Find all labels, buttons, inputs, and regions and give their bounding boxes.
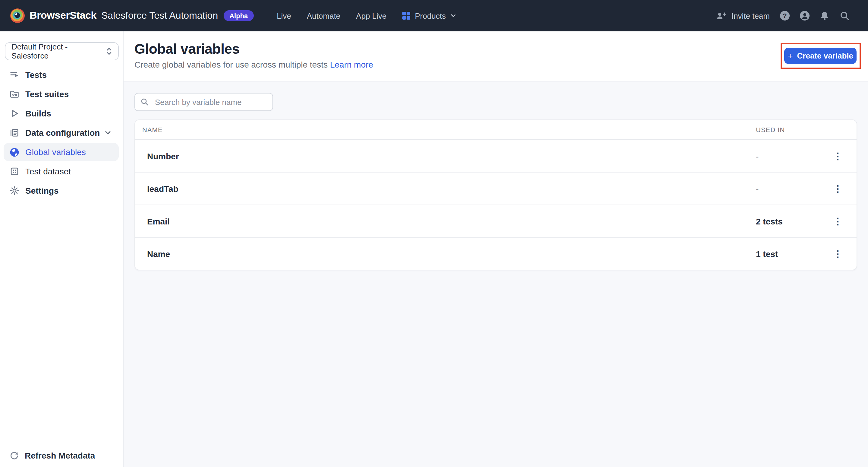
top-nav: BrowserStack Salesforce Test Automation … (0, 0, 868, 31)
create-variable-button[interactable]: + Create variable (784, 48, 857, 64)
sidebar-item-data-configuration[interactable]: Data configuration (4, 124, 119, 142)
variable-name-cell: leadTab (147, 184, 756, 194)
brand-name: BrowserStack (30, 10, 96, 22)
nav-links: Live Automate App Live Products (277, 11, 456, 20)
globe-icon (10, 147, 19, 157)
account-icon[interactable] (800, 11, 809, 21)
row-kebab-menu-icon[interactable]: ⋮ (830, 247, 846, 261)
sidebar-item-settings[interactable]: Settings (4, 182, 119, 200)
app-root: BrowserStack Salesforce Test Automation … (0, 0, 868, 467)
products-label: Products (415, 11, 446, 20)
column-header-name: NAME (142, 126, 756, 133)
alpha-badge: Alpha (223, 10, 254, 21)
nav-link-app-live[interactable]: App Live (356, 11, 386, 20)
column-header-used-in: USED IN (756, 126, 819, 133)
search-input-icon (141, 98, 149, 106)
browserstack-logo[interactable]: BrowserStack Salesforce Test Automation … (10, 8, 254, 24)
notifications-bell-icon[interactable] (820, 10, 830, 21)
table-row[interactable]: Email 2 tests ⋮ (135, 205, 857, 237)
invite-team-button[interactable]: Invite team (716, 11, 770, 20)
sidebar: Default Project - Salesforce Tests (0, 31, 124, 467)
search-input[interactable] (154, 97, 267, 107)
invite-team-label: Invite team (732, 11, 770, 20)
variable-name-cell: Name (147, 249, 756, 259)
used-in-cell: 2 tests (756, 216, 819, 226)
chevron-down-icon (104, 129, 112, 136)
page-header: Global variables Create global variables… (124, 31, 868, 82)
test-dataset-icon (10, 167, 19, 176)
variables-table: NAME USED IN Number - ⋮ leadTab - ⋮ Emai… (134, 119, 857, 270)
sidebar-item-test-dataset[interactable]: Test dataset (4, 162, 119, 180)
person-icon (800, 11, 809, 21)
person-plus-icon (716, 11, 727, 20)
chevron-down-icon (450, 13, 456, 19)
sidebar-item-tests[interactable]: Tests (4, 66, 119, 84)
tests-icon (10, 70, 19, 80)
plus-icon: + (787, 51, 793, 60)
sidebar-item-label: Test dataset (25, 167, 71, 176)
data-configuration-icon (10, 128, 19, 138)
main-content: Global variables Create global variables… (124, 31, 868, 467)
table-row[interactable]: Number - ⋮ (135, 139, 857, 172)
row-kebab-menu-icon[interactable]: ⋮ (830, 214, 846, 228)
page-subtitle-text: Create global variables for use across m… (134, 60, 328, 69)
nav-link-automate[interactable]: Automate (307, 11, 340, 20)
used-in-cell: 1 test (756, 249, 819, 259)
builds-icon (10, 109, 19, 118)
nav-link-live[interactable]: Live (277, 11, 291, 20)
sidebar-item-builds[interactable]: Builds (4, 105, 119, 122)
sidebar-item-label: Test suites (25, 89, 69, 99)
table-header-row: NAME USED IN (135, 120, 857, 139)
sidebar-nav: Tests Test suites Buil (0, 66, 122, 201)
nav-right: Invite team ? (716, 10, 850, 21)
project-selector-value: Default Project - Salesforce (11, 42, 106, 60)
sidebar-item-label: Settings (25, 186, 59, 196)
learn-more-link[interactable]: Learn more (330, 60, 373, 69)
sidebar-item-label: Builds (25, 109, 51, 118)
products-grid-icon (402, 11, 411, 20)
used-in-cell: - (756, 151, 819, 161)
help-icon[interactable]: ? (780, 11, 789, 21)
sidebar-item-global-variables[interactable]: Global variables (4, 143, 119, 161)
settings-gear-icon (10, 186, 19, 196)
sidebar-item-label: Tests (25, 70, 47, 80)
project-selector[interactable]: Default Project - Salesforce (5, 42, 119, 60)
create-variable-label: Create variable (797, 51, 853, 60)
product-title: Salesforce Test Automation (101, 10, 218, 21)
products-menu[interactable]: Products (402, 11, 456, 20)
search-icon[interactable] (840, 10, 850, 21)
variable-name-cell: Email (147, 216, 756, 226)
page-title: Global variables (134, 41, 240, 57)
row-kebab-menu-icon[interactable]: ⋮ (830, 182, 846, 196)
sidebar-item-label: Global variables (25, 147, 86, 157)
select-arrows-icon (106, 47, 112, 56)
refresh-icon (10, 451, 19, 460)
table-row[interactable]: leadTab - ⋮ (135, 172, 857, 205)
test-suites-icon (10, 89, 19, 99)
sidebar-item-test-suites[interactable]: Test suites (4, 85, 119, 103)
refresh-metadata-button[interactable]: Refresh Metadata (10, 451, 95, 460)
row-kebab-menu-icon[interactable]: ⋮ (830, 149, 846, 163)
used-in-cell: - (756, 184, 819, 194)
browserstack-eye-icon (10, 8, 25, 24)
sidebar-item-label: Data configuration (25, 128, 100, 138)
page-subtitle: Create global variables for use across m… (134, 60, 373, 69)
variable-name-cell: Number (147, 151, 756, 161)
table-row[interactable]: Name 1 test ⋮ (135, 237, 857, 270)
refresh-metadata-label: Refresh Metadata (25, 451, 95, 460)
variable-search (134, 93, 273, 111)
